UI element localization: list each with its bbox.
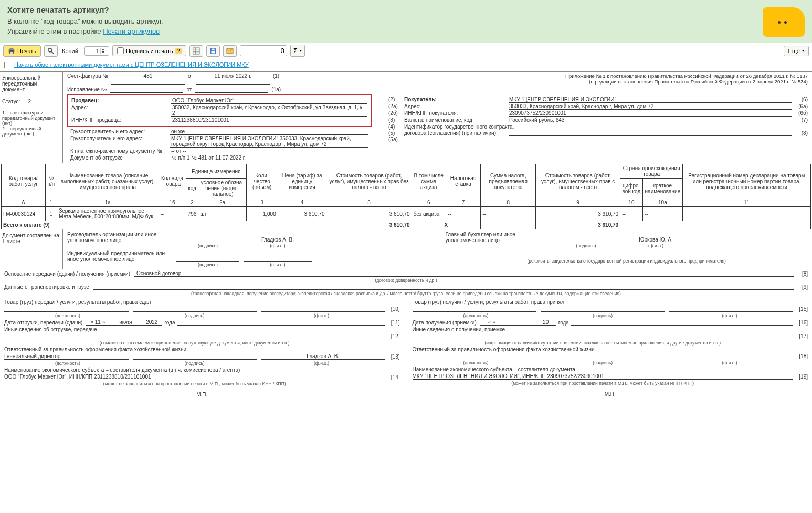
svg-rect-5: [193, 47, 199, 54]
sign-print-checkbox[interactable]: [117, 47, 124, 54]
buyer-column: (2)Покупатель:МКУ "ЦЕНТР ОЗЕЛЕНЕНИЯ И ЭК…: [388, 94, 808, 163]
seller-box-framed: Продавец:ООО "Глобус Маркет Юг" Адрес:35…: [67, 94, 372, 127]
bottom-panels: Товар (груз) передал / услуги, результат…: [0, 296, 812, 400]
diskette-icon: [209, 47, 217, 55]
sigma-button[interactable]: Σ ▾: [290, 45, 305, 57]
spinner-arrows[interactable]: ▲▼: [100, 48, 106, 54]
number-input[interactable]: [240, 45, 287, 56]
svg-rect-10: [211, 51, 215, 53]
signatures-block: Руководитель организации или иное уполно…: [63, 229, 812, 269]
upd-title: Универсальный передаточный документ: [2, 75, 60, 92]
table-row: ГМ-00030124 1 Зеркало настенное прямоуго…: [2, 207, 811, 221]
chevron-down-icon: ▾: [802, 48, 804, 53]
law-note: Приложение № 1 к постановлению Правитель…: [565, 73, 808, 85]
sign-print-button[interactable]: Подпись и печать ?: [112, 45, 186, 56]
svg-rect-2: [10, 51, 14, 54]
save-button[interactable]: [206, 45, 220, 57]
totals-row: Всего к оплате (9) 3 610,70 X 3 610,70: [2, 221, 811, 229]
status-footnote: 1 – счет-фактура и передаточный документ…: [2, 110, 60, 137]
receiver-panel: Товар (груз) получил / услуги, результат…: [413, 298, 808, 397]
sigma-icon: Σ: [293, 47, 298, 55]
invoice-header-row: Счет-фактура № 481 от 11 июля 2022 г. (1…: [63, 72, 812, 86]
column-numbers-row: А11а1б22а34567891010а11: [2, 198, 811, 207]
banner-text: Хотите печатать артикул? В колонке "код …: [7, 5, 163, 37]
banner-line1: В колонке "код товара" можно выводить ар…: [7, 17, 163, 25]
row-8: Основание передачи (сдачи) / получения (…: [0, 269, 812, 278]
items-table: Код товара/ работ, услуг № п/п Наименова…: [1, 164, 811, 229]
more-button[interactable]: Еще ▾: [784, 46, 809, 56]
envelope-icon: [226, 47, 234, 55]
document-icon: [4, 62, 10, 68]
print-button[interactable]: Печать: [3, 45, 41, 57]
preview-button[interactable]: [44, 45, 58, 57]
printer-icon: [8, 47, 15, 55]
email-button[interactable]: [223, 45, 237, 57]
banner-line2: Управляйте этим в настройке Печати артик…: [7, 27, 163, 35]
help-icon: ?: [175, 48, 182, 54]
copies-spinner[interactable]: ▲▼: [84, 46, 109, 56]
chevron-down-icon: ▾: [300, 48, 302, 53]
copies-label: Копий:: [62, 48, 80, 54]
parties-block: Продавец:ООО "Глобус Маркет Юг" Адрес:35…: [63, 94, 812, 163]
toolbar: Печать Копий: ▲▼ Подпись и печать ? Σ ▾ …: [0, 43, 812, 59]
correction-header-row: Исправление № -- от -- (1а): [63, 86, 812, 94]
banner-title: Хотите печатать артикул?: [7, 5, 163, 14]
seller-column: Продавец:ООО "Глобус Маркет Юг" Адрес:35…: [67, 94, 372, 163]
doc-pages: Документ составлен на 1 листе: [0, 229, 63, 269]
promo-banner: Хотите печатать артикул? В колонке "код …: [0, 0, 812, 43]
edo-start-link[interactable]: Начать обмен электронными документами с …: [14, 61, 249, 68]
grid-button[interactable]: [189, 45, 203, 57]
copies-input[interactable]: [85, 47, 100, 55]
edo-linkbar: Начать обмен электронными документами с …: [0, 59, 812, 71]
status-value: 2: [24, 96, 35, 107]
svg-point-3: [48, 48, 52, 51]
row-9: Данные о транспортировке и грузе [9]: [0, 283, 812, 291]
left-sidebar: Универсальный передаточный документ Стат…: [0, 72, 63, 163]
svg-rect-11: [212, 48, 214, 50]
grid-icon: [193, 47, 200, 55]
sender-panel: Товар (груз) передал / услуги, результат…: [4, 298, 400, 397]
article-print-link[interactable]: Печати артикулов: [103, 27, 160, 35]
document-area: Универсальный передаточный документ Стат…: [0, 71, 812, 163]
main-column: Счет-фактура № 481 от 11 июля 2022 г. (1…: [63, 72, 812, 163]
magnifier-icon: [47, 47, 55, 55]
status-block: Статус: 2: [2, 96, 60, 107]
svg-rect-1: [10, 48, 14, 49]
seller-extra: Грузоотправитель и его адрес:он же Грузо…: [67, 127, 372, 163]
svg-line-4: [51, 51, 54, 53]
mascot-icon: [763, 7, 805, 37]
